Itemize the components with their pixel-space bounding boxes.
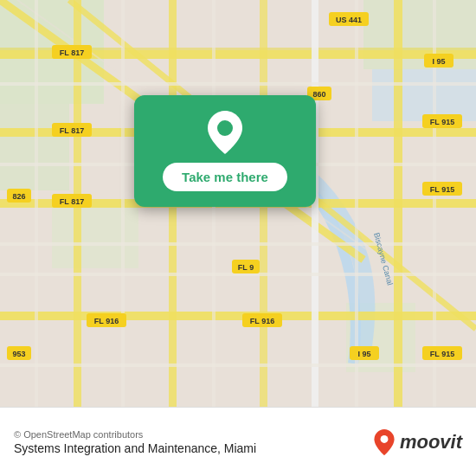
svg-rect-19 bbox=[394, 0, 402, 407]
svg-text:826: 826 bbox=[12, 192, 25, 201]
svg-text:FL 915: FL 915 bbox=[430, 185, 454, 194]
svg-rect-11 bbox=[0, 312, 476, 320]
svg-rect-24 bbox=[0, 363, 476, 367]
svg-point-62 bbox=[217, 120, 233, 136]
location-name: Systems Integration and Maintenance, Mia… bbox=[14, 441, 256, 455]
moovit-logo: moovit bbox=[372, 428, 462, 456]
svg-rect-25 bbox=[35, 0, 38, 407]
svg-text:FL 9: FL 9 bbox=[238, 263, 254, 272]
svg-text:FL 916: FL 916 bbox=[94, 317, 119, 325]
svg-rect-28 bbox=[355, 0, 358, 407]
svg-text:FL 916: FL 916 bbox=[250, 317, 274, 325]
svg-text:FL 817: FL 817 bbox=[60, 48, 84, 57]
moovit-pin-icon bbox=[372, 428, 396, 456]
svg-rect-3 bbox=[52, 199, 138, 268]
svg-text:I 95: I 95 bbox=[357, 350, 370, 358]
svg-text:860: 860 bbox=[312, 90, 325, 99]
svg-text:FL 817: FL 817 bbox=[60, 126, 84, 135]
map-pin-icon bbox=[204, 109, 246, 156]
svg-rect-26 bbox=[121, 0, 125, 407]
take-me-there-card: Take me there bbox=[134, 95, 316, 207]
svg-text:953: 953 bbox=[12, 350, 25, 358]
svg-text:US 441: US 441 bbox=[336, 16, 362, 24]
svg-rect-20 bbox=[0, 82, 476, 86]
svg-rect-22 bbox=[0, 242, 476, 246]
map-container: FL 817 US 441 I 95 FL 817 FL 817 826 860… bbox=[0, 0, 476, 407]
svg-text:FL 915: FL 915 bbox=[430, 350, 454, 358]
attribution-text: © OpenStreetMap contributors bbox=[14, 429, 256, 440]
svg-text:FL 915: FL 915 bbox=[430, 118, 454, 126]
svg-text:I 95: I 95 bbox=[432, 57, 445, 66]
bottom-bar: © OpenStreetMap contributors Systems Int… bbox=[0, 407, 476, 476]
svg-point-63 bbox=[380, 435, 388, 443]
svg-text:FL 817: FL 817 bbox=[60, 197, 84, 206]
moovit-brand-text: moovit bbox=[400, 431, 462, 453]
svg-rect-5 bbox=[372, 69, 476, 121]
bottom-left: © OpenStreetMap contributors Systems Int… bbox=[14, 429, 256, 455]
take-me-there-button[interactable]: Take me there bbox=[163, 163, 287, 191]
